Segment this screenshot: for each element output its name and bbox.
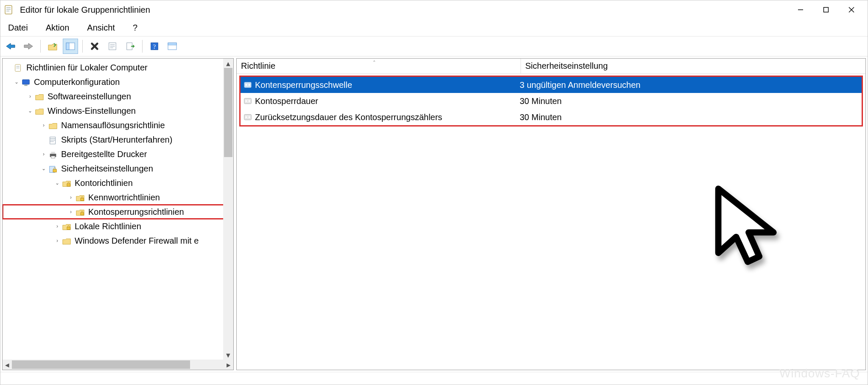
expander-closed-icon[interactable]: ›	[40, 118, 48, 132]
svg-rect-40	[244, 115, 252, 120]
svg-rect-26	[51, 152, 55, 154]
tree-label: Sicherheitseinstellungen	[61, 161, 153, 176]
expander-open-icon[interactable]: ⌄	[53, 176, 61, 190]
scroll-down-icon[interactable]: ▾	[223, 350, 233, 360]
window-controls	[788, 2, 864, 17]
vertical-scrollbar[interactable]: ▴ ▾	[223, 59, 233, 360]
forward-button[interactable]	[21, 39, 36, 54]
column-policy[interactable]: Richtlinie	[237, 59, 521, 73]
expander-closed-icon[interactable]: ›	[53, 233, 61, 248]
expander-open-icon[interactable]: ⌄	[40, 161, 48, 176]
folder-lock-icon	[62, 178, 71, 188]
column-setting[interactable]: Sicherheitseinstellung	[521, 59, 865, 73]
tree-item-firewall[interactable]: › Windows Defender Firewall mit e	[3, 233, 233, 248]
cursor-annotation-icon	[708, 183, 797, 273]
tree-item-drucker[interactable]: › Bereitgestellte Drucker	[3, 147, 233, 161]
maximize-button[interactable]	[813, 2, 839, 17]
policy-name: Zurücksetzungsdauer des Kontosperrungszä…	[255, 112, 442, 122]
folder-icon	[35, 92, 44, 101]
scroll-right-icon[interactable]: ▸	[224, 360, 233, 370]
expander-closed-icon[interactable]: ›	[67, 190, 75, 205]
main-area: Richtlinien für Lokaler Computer ⌄ Compu…	[0, 56, 868, 372]
scroll-up-icon[interactable]: ▴	[223, 59, 233, 68]
help-button[interactable]: ?	[147, 39, 162, 54]
folder-icon	[35, 106, 44, 115]
tree-label: Kontosperrungsrichtlinien	[88, 205, 184, 219]
svg-point-39	[249, 100, 250, 102]
horizontal-scrollbar[interactable]: ◂ ▸	[3, 360, 233, 370]
expander-closed-icon[interactable]: ›	[53, 219, 61, 233]
list-header[interactable]: Richtlinie Sicherheitseinstellung ⌃	[237, 59, 865, 74]
column-label: Richtlinie	[241, 61, 275, 71]
tree-item-windows-einstellungen[interactable]: ⌄ Windows-Einstellungen	[3, 104, 233, 118]
expander-closed-icon[interactable]: ›	[67, 205, 75, 219]
tree-label: Windows Defender Firewall mit e	[75, 233, 199, 248]
tree[interactable]: Richtlinien für Lokaler Computer ⌄ Compu…	[3, 59, 233, 250]
menubar: Datei Aktion Ansicht ?	[0, 19, 868, 36]
toolbar-separator	[82, 40, 83, 53]
security-icon	[48, 164, 58, 173]
tree-item-computerkonfiguration[interactable]: ⌄ Computerkonfiguration	[3, 75, 233, 89]
filter-button[interactable]	[165, 39, 180, 54]
toolbar: ?	[0, 36, 868, 56]
menu-help[interactable]: ?	[130, 21, 140, 34]
export-button[interactable]	[123, 39, 138, 54]
tree-item-kontosperrungsrichtlinien[interactable]: › Kontosperrungsrichtlinien	[3, 205, 233, 219]
up-button[interactable]	[45, 39, 60, 54]
list-body: Kontensperrungsschwelle 3 ungültigen Anm…	[237, 74, 865, 370]
back-button[interactable]	[3, 39, 18, 54]
tree-root[interactable]: Richtlinien für Lokaler Computer	[3, 60, 233, 75]
svg-rect-23	[24, 85, 27, 86]
tree-item-skripts[interactable]: Skripts (Start/Herunterfahren)	[3, 132, 233, 147]
tree-item-kennwortrichtlinien[interactable]: › Kennwortrichtlinien	[3, 190, 233, 205]
show-tree-button[interactable]	[63, 39, 78, 54]
svg-rect-5	[824, 8, 829, 12]
list-row[interactable]: Zurücksetzungsdauer des Kontosperrungszä…	[241, 109, 862, 125]
tree-item-namensaufloesung[interactable]: › Namensauflösungsrichtlinie	[3, 118, 233, 132]
policy-item-icon	[243, 80, 252, 90]
list-row[interactable]: Kontosperrdauer 30 Minuten	[241, 93, 862, 109]
list-row[interactable]: Kontensperrungsschwelle 3 ungültigen Anm…	[241, 77, 862, 93]
tree-item-sicherheitseinstellungen[interactable]: ⌄ Sicherheitseinstellungen	[3, 161, 233, 176]
app-icon	[4, 5, 14, 15]
folder-icon	[62, 236, 71, 245]
folder-icon	[48, 121, 58, 130]
properties-button[interactable]	[105, 39, 120, 54]
policy-setting: 30 Minuten	[520, 112, 562, 122]
menu-action[interactable]: Aktion	[43, 21, 72, 34]
minimize-button[interactable]	[788, 2, 813, 17]
tree-label: Bereitgestellte Drucker	[61, 147, 147, 161]
scroll-left-icon[interactable]: ◂	[3, 360, 12, 370]
policy-icon	[14, 63, 23, 72]
scroll-thumb[interactable]	[12, 360, 190, 369]
tree-item-lokale-richtlinien[interactable]: › Lokale Richtlinien	[3, 219, 233, 233]
expander-closed-icon[interactable]: ›	[26, 89, 34, 104]
menu-view[interactable]: Ansicht	[84, 21, 118, 34]
highlight-box: Kontensperrungsschwelle 3 ungültigen Anm…	[239, 76, 863, 126]
tree-label: Computerkonfiguration	[34, 75, 120, 89]
svg-rect-34	[244, 82, 252, 88]
delete-button[interactable]	[87, 39, 102, 54]
policy-name: Kontosperrdauer	[255, 96, 318, 106]
computer-icon	[21, 77, 31, 87]
expander-open-icon[interactable]: ⌄	[26, 104, 34, 118]
policy-item-icon	[243, 96, 252, 106]
expander-closed-icon[interactable]: ›	[40, 147, 48, 161]
tree-label: Lokale Richtlinien	[75, 219, 141, 233]
expander-open-icon[interactable]: ⌄	[13, 75, 20, 89]
tree-label: Kennwortrichtlinien	[88, 190, 160, 205]
tree-item-kontorichtlinien[interactable]: ⌄ Kontorichtlinien	[3, 176, 233, 190]
tree-pane: Richtlinien für Lokaler Computer ⌄ Compu…	[2, 58, 234, 370]
svg-rect-33	[67, 227, 70, 230]
svg-rect-9	[66, 43, 69, 50]
window: Editor für lokale Gruppenrichtlinien Dat…	[0, 0, 868, 385]
sort-indicator-icon: ⌃	[372, 60, 376, 65]
folder-lock-icon	[62, 222, 71, 231]
scroll-thumb[interactable]	[224, 68, 232, 157]
close-button[interactable]	[839, 2, 864, 17]
tree-label: Kontorichtlinien	[75, 176, 133, 190]
tree-item-softwareeinstellungen[interactable]: › Softwareeinstellungen	[3, 89, 233, 104]
svg-rect-30	[67, 184, 70, 186]
list-pane: Richtlinie Sicherheitseinstellung ⌃ Kont…	[236, 58, 866, 370]
menu-file[interactable]: Datei	[6, 21, 31, 34]
